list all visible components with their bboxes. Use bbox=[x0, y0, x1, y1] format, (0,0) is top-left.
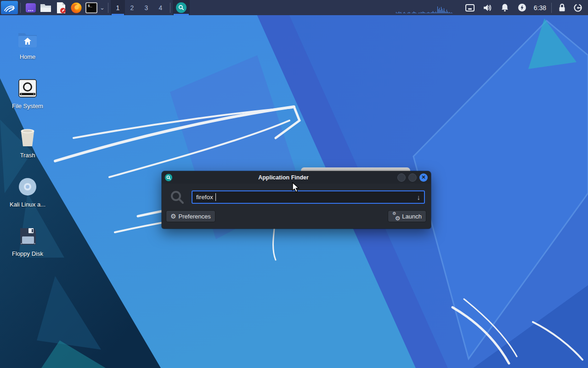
power-manager-indicator[interactable] bbox=[514, 0, 531, 15]
entry-dropdown-arrow-icon[interactable]: ↓ bbox=[417, 194, 421, 201]
launcher-menu-chevron-icon[interactable]: ⌄ bbox=[99, 0, 106, 15]
desktop-icon-kali-cd[interactable]: Kali Linux a... bbox=[6, 171, 50, 211]
kali-logo-icon bbox=[4, 2, 16, 13]
panel-separator bbox=[20, 3, 21, 13]
preferences-button[interactable]: ⚙ Preferences bbox=[166, 210, 215, 222]
run-icon: ⚙ ⚙ bbox=[392, 213, 400, 220]
desktop-icon-label: Kali Linux a... bbox=[10, 201, 45, 208]
search-input[interactable]: firefox ↓ bbox=[192, 190, 425, 204]
panel-separator bbox=[170, 3, 170, 13]
panel-separator bbox=[551, 3, 552, 13]
cpu-graph[interactable] bbox=[396, 2, 455, 13]
cpu-bar bbox=[416, 13, 417, 13]
workspace-2-label: 2 bbox=[130, 4, 134, 12]
desktop-icon-floppy[interactable]: Floppy Disk bbox=[6, 220, 50, 260]
floppy-disk-icon bbox=[18, 220, 37, 246]
maximize-button[interactable] bbox=[408, 173, 417, 182]
minimize-button[interactable] bbox=[397, 173, 406, 182]
close-button[interactable]: ✕ bbox=[419, 173, 428, 182]
optical-disc-icon bbox=[18, 171, 37, 196]
network-indicator[interactable] bbox=[461, 0, 479, 15]
desktop-icon-label: Home bbox=[20, 53, 36, 60]
gear-icon: ⚙ bbox=[395, 215, 401, 221]
application-finder-window: Application Finder ✕ firefox ↓ ⚙ Prefe bbox=[162, 171, 431, 229]
trash-icon bbox=[18, 121, 37, 147]
volume-indicator[interactable] bbox=[479, 0, 496, 15]
logout-button[interactable] bbox=[570, 0, 586, 15]
application-finder-icon bbox=[176, 2, 187, 13]
lock-icon bbox=[558, 3, 566, 12]
lock-screen-button[interactable] bbox=[554, 0, 570, 15]
files-app-icon bbox=[25, 2, 37, 14]
workspace-4[interactable]: 4 bbox=[153, 0, 168, 15]
desktop-icon-trash[interactable]: Trash bbox=[6, 121, 50, 162]
launch-label: Launch bbox=[402, 213, 422, 220]
button-row: ⚙ Preferences ⚙ ⚙ Launch bbox=[162, 210, 431, 222]
launcher-terminal[interactable]: $_ bbox=[84, 0, 99, 15]
workspace-2[interactable]: 2 bbox=[125, 0, 139, 15]
panel-separator bbox=[108, 3, 108, 13]
workspace-1-label: 1 bbox=[116, 4, 120, 12]
desktop-icon-label: File System bbox=[12, 103, 43, 109]
home-folder-icon bbox=[17, 23, 38, 49]
workspace-4-label: 4 bbox=[159, 4, 163, 12]
desktop-icon-home[interactable]: Home bbox=[6, 23, 50, 63]
text-caret bbox=[215, 193, 216, 201]
hard-disk-icon bbox=[18, 72, 37, 98]
cpu-bar bbox=[401, 13, 402, 13]
close-icon: ✕ bbox=[421, 174, 425, 180]
firefox-icon bbox=[70, 2, 82, 14]
application-finder-icon bbox=[165, 174, 172, 181]
bell-icon bbox=[501, 3, 509, 12]
titlebar[interactable]: Application Finder ✕ bbox=[162, 171, 431, 184]
clock[interactable]: 6:38 bbox=[531, 4, 549, 12]
text-editor-icon bbox=[56, 2, 67, 14]
top-panel: $_ ⌄ 1 2 3 4 bbox=[0, 0, 588, 15]
cpu-bar bbox=[452, 13, 453, 13]
applications-menu-button[interactable] bbox=[1, 1, 18, 14]
desktop-icon-label: Floppy Disk bbox=[12, 250, 43, 257]
volume-icon bbox=[483, 4, 492, 12]
workspace-3-label: 3 bbox=[145, 4, 148, 12]
launcher-text-editor[interactable] bbox=[53, 0, 68, 15]
desktop: $_ ⌄ 1 2 3 4 bbox=[0, 0, 588, 368]
workspace-3[interactable]: 3 bbox=[139, 0, 153, 15]
search-icon bbox=[170, 190, 185, 207]
cpu-bar bbox=[410, 12, 411, 13]
launcher-firefox[interactable] bbox=[68, 0, 84, 15]
desktop-icon-list: Home File System bbox=[6, 23, 50, 269]
launcher-file-manager[interactable] bbox=[38, 0, 53, 15]
workspace-1[interactable]: 1 bbox=[111, 0, 125, 15]
launcher-files-app[interactable] bbox=[23, 0, 38, 15]
mouse-cursor bbox=[292, 182, 300, 193]
terminal-glyph: $_ bbox=[88, 4, 92, 8]
cpu-bar bbox=[405, 13, 406, 13]
folder-icon bbox=[40, 2, 52, 13]
taskbar-application-finder[interactable] bbox=[173, 0, 190, 15]
window-title: Application Finder bbox=[172, 174, 395, 181]
network-icon bbox=[465, 4, 475, 12]
notifications-indicator[interactable] bbox=[496, 0, 514, 15]
desktop-icon-label: Trash bbox=[20, 152, 35, 159]
launch-button[interactable]: ⚙ ⚙ Launch bbox=[388, 210, 426, 222]
power-bolt-icon bbox=[518, 3, 526, 12]
search-input-value: firefox bbox=[196, 194, 213, 201]
logout-icon bbox=[573, 3, 582, 12]
desktop-icon-file-system[interactable]: File System bbox=[6, 72, 50, 113]
preferences-label: Preferences bbox=[179, 213, 211, 220]
terminal-icon: $_ bbox=[85, 2, 98, 14]
gear-icon: ⚙ bbox=[170, 213, 176, 219]
